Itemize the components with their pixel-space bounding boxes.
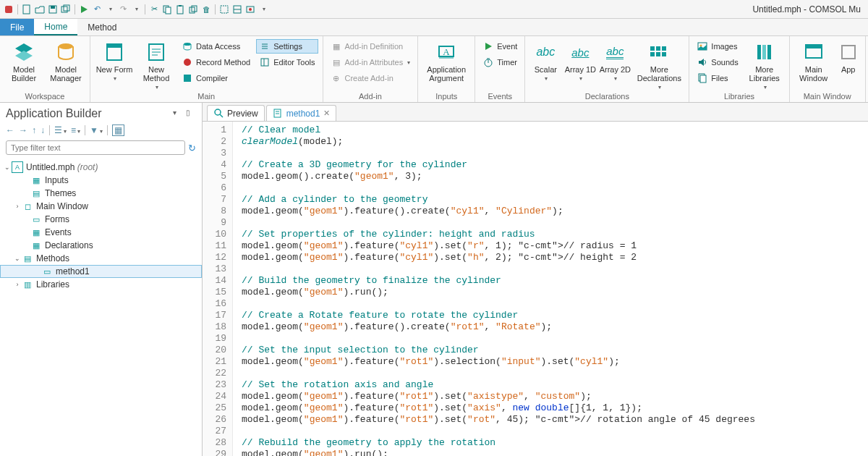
array2d-icon: abc [603,41,626,64]
more-libraries-button[interactable]: More Libraries [744,38,785,90]
find-icon[interactable] [218,4,230,15]
panel-toolbar: ← → ↑ ↓ ☰ ≡ ▼ ▦ [0,123,202,139]
event-button[interactable]: Event [480,39,520,54]
close-tab-icon[interactable]: ✕ [323,109,330,118]
data-access-button[interactable]: Data Access [179,39,253,54]
save-all-icon[interactable] [60,4,72,15]
svg-rect-49 [762,45,766,59]
group-libraries: Images Sounds Files More Libraries Libra… [689,36,789,102]
array2d-button[interactable]: abc Array 2D [599,38,631,82]
svg-rect-42 [656,52,660,56]
scalar-button[interactable]: abc Scalar [529,38,561,82]
more-qat-dropdown[interactable] [258,4,269,15]
declarations-icon: ▦ [30,240,42,251]
tab-home[interactable]: Home [34,19,77,35]
panel-dropdown-icon[interactable]: ▾ [173,109,183,119]
timer-icon [482,56,494,68]
panel-close-icon[interactable]: ▯ [186,109,196,119]
group-declarations: abc Scalar abc Array 1D abc Array 2D Mor… [525,36,689,102]
tree-root[interactable]: ⌄ A Untitled.mph (root) [0,161,202,174]
new-method-icon [145,41,168,64]
expand-icon[interactable]: › [13,203,22,210]
duplicate-icon[interactable] [187,4,199,15]
app-file-icon: A [12,161,23,173]
main-window-button[interactable]: Main Window [794,38,833,83]
tree-method1[interactable]: ▭method1 [0,265,202,278]
editor-area: Preview method1 ✕ 1234567891011121314151… [203,103,868,456]
tab-method[interactable]: Method [77,19,127,35]
data-access-icon [182,41,193,52]
quick-access-toolbar: ↶ ↷ ✂ 🗑 [3,4,269,15]
nav-fwd-icon[interactable]: → [19,125,27,135]
expand-view-icon[interactable]: ▦ [112,124,124,136]
select-icon[interactable] [231,4,243,15]
save-icon[interactable] [47,4,59,15]
tree-main-window[interactable]: ›◻Main Window [0,200,202,213]
delete-icon[interactable]: 🗑 [200,4,212,15]
redo-icon[interactable]: ↷ [117,4,129,15]
refresh-icon[interactable]: ↻ [188,140,196,155]
tree-declarations[interactable]: ▦Declarations [0,239,202,252]
open-icon[interactable] [34,4,46,15]
tree-inputs[interactable]: ▦Inputs [0,174,202,187]
model-builder-icon [12,41,35,64]
tree-themes[interactable]: ▤Themes [0,187,202,200]
filter-input[interactable] [6,140,185,155]
addin-definition-button[interactable]: ▦Add-in Definition [328,39,414,54]
copy-icon[interactable] [161,4,173,15]
expand-icon[interactable]: ⌄ [13,255,22,262]
model-builder-button[interactable]: Model Builder [4,38,43,83]
expand-icon[interactable]: ⌄ [3,164,12,171]
nav-down-icon[interactable]: ↓ [41,125,45,135]
svg-point-16 [249,8,252,11]
tree-events[interactable]: ▦Events [0,226,202,239]
new-form-button[interactable]: New Form [95,38,134,82]
sounds-icon [697,56,708,68]
code-editor[interactable]: 1234567891011121314151617181920212223242… [203,122,868,456]
undo-icon[interactable]: ↶ [91,4,103,15]
new-method-button[interactable]: New Method [137,38,176,90]
tree-libraries[interactable]: ›▥Libraries [0,278,202,291]
nav-back-icon[interactable]: ← [6,125,14,135]
images-button[interactable]: Images [694,39,741,54]
paste-icon[interactable] [174,4,186,15]
sounds-button[interactable]: Sounds [694,55,741,69]
code-lines[interactable]: // Clear model clearModel(model); // Cre… [233,122,868,456]
redo-dropdown[interactable] [130,4,142,15]
file-tab[interactable]: File [0,19,34,35]
tree: ⌄ A Untitled.mph (root) ▦Inputs ▤Themes … [0,159,202,456]
more-declarations-button[interactable]: More Declarations [634,38,684,90]
application-builder-panel: Application Builder ▾ ▯ ← → ↑ ↓ ☰ ≡ ▼ ▦ … [0,103,203,456]
tree-methods[interactable]: ⌄▤Methods [0,252,202,265]
timer-button[interactable]: Timer [480,55,520,69]
addin-attributes-button[interactable]: ▤Add-in Attributes [328,55,414,69]
array1d-button[interactable]: abc Array 1D [564,38,596,82]
collapse-icon[interactable]: ≡ [71,125,80,135]
nav-up-icon[interactable]: ↑ [32,125,36,135]
run-icon[interactable] [78,4,90,15]
svg-text:A: A [443,46,451,57]
application-argument-button[interactable]: A Application Argument [422,38,470,83]
tree-forms[interactable]: ▭Forms [0,213,202,226]
create-addin-button[interactable]: ⊕Create Add-in [328,71,414,85]
filter-icon[interactable]: ▼ [90,125,103,135]
app-button[interactable]: App [836,38,861,74]
svg-rect-48 [757,45,761,59]
record-method-button[interactable]: Record Method [179,55,253,69]
record-toggle-icon[interactable] [244,4,256,15]
editor-tools-button[interactable]: Editor Tools [256,55,318,69]
expand-icon[interactable]: › [13,281,22,288]
images-icon [697,41,708,52]
svg-rect-12 [221,6,228,13]
model-manager-button[interactable]: Model Manager [46,38,85,83]
tab-preview[interactable]: Preview [207,105,265,121]
compiler-button[interactable]: Compiler [179,71,253,85]
files-button[interactable]: Files [694,71,741,85]
undo-dropdown[interactable] [104,4,116,15]
new-icon[interactable] [21,4,33,15]
cut-icon[interactable]: ✂ [148,4,160,15]
show-icon[interactable]: ☰ [54,125,67,135]
settings-button[interactable]: Settings [256,39,318,54]
app-argument-icon: A [435,41,458,64]
tab-method1[interactable]: method1 ✕ [266,105,337,121]
